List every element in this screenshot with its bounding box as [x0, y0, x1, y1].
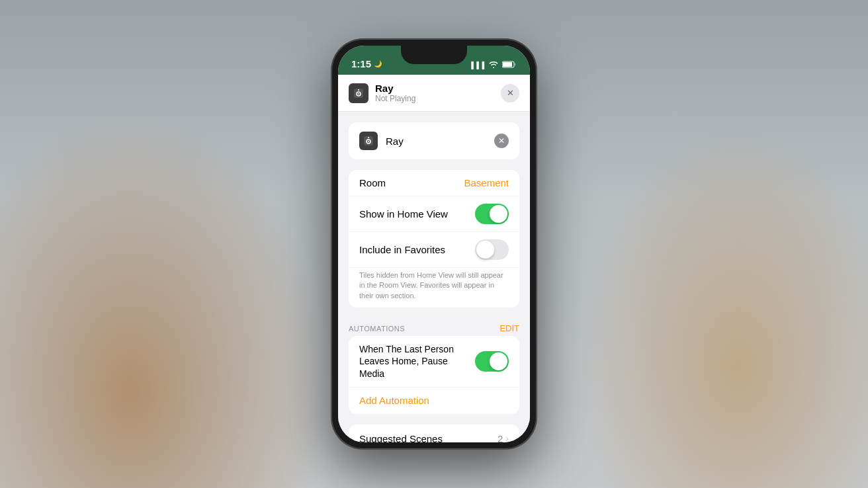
room-value: Basement [464, 177, 509, 188]
wifi-icon [489, 61, 498, 69]
svg-point-8 [368, 141, 369, 142]
time-text: 1:15 [351, 58, 371, 69]
toggle-knob [490, 205, 507, 223]
include-favorites-toggle[interactable] [475, 239, 509, 260]
include-favorites-row: Include in Favorites [349, 232, 519, 268]
device-card-left: Ray [359, 132, 404, 150]
scroll-content[interactable]: Ray ✕ Room Basement Show in Home View [338, 112, 530, 442]
device-card: Ray ✕ [349, 122, 519, 159]
svg-rect-1 [503, 62, 512, 67]
room-row[interactable]: Room Basement [349, 170, 519, 196]
signal-icon: ▐▐▐ [469, 61, 485, 69]
moon-icon: 🌙 [374, 60, 382, 67]
add-automation-row[interactable]: Add Automation [349, 387, 519, 414]
close-icon: ✕ [507, 88, 514, 98]
settings-info-text: Tiles hidden from Home View will still a… [349, 268, 519, 307]
automations-edit-button[interactable]: EDIT [499, 323, 519, 333]
automations-section-title: AUTOMATIONS [349, 325, 405, 333]
device-card-name: Ray [386, 136, 404, 147]
status-icons: ▐▐▐ [469, 61, 517, 69]
status-time: 1:15 🌙 [351, 58, 382, 69]
suggested-scenes-group: Suggested Scenes 2 › [349, 425, 519, 442]
svg-point-4 [358, 93, 359, 95]
suggested-scenes-right: 2 › [498, 433, 509, 442]
close-button[interactable]: ✕ [501, 84, 519, 102]
automation-toggle-0[interactable] [475, 351, 509, 372]
automations-group: When The Last Person Leaves Home, Pause … [349, 336, 519, 414]
speaker-icon-card [359, 132, 378, 150]
show-home-view-toggle[interactable] [475, 204, 509, 224]
automation-label-0: When The Last Person Leaves Home, Pause … [359, 343, 475, 380]
automation-toggle-knob-0 [490, 352, 507, 370]
notch [401, 46, 467, 64]
chevron-icon: › [505, 433, 509, 442]
toggle-knob-2 [476, 241, 494, 259]
header-text: Ray Not Playing [375, 83, 415, 103]
device-status: Not Playing [375, 94, 415, 103]
device-icon-header [349, 83, 369, 103]
remove-icon: ✕ [498, 136, 505, 145]
include-favorites-label: Include in Favorites [359, 244, 445, 255]
add-automation-label: Add Automation [359, 395, 429, 406]
svg-point-5 [358, 89, 359, 91]
show-home-view-row: Show in Home View [349, 196, 519, 232]
room-label: Room [359, 177, 386, 188]
phone-screen: 1:15 🌙 ▐▐▐ [338, 46, 530, 442]
suggested-count: 2 [498, 433, 503, 442]
phone-body: 1:15 🌙 ▐▐▐ [331, 39, 537, 449]
header-left: Ray Not Playing [349, 83, 415, 103]
header-bar: Ray Not Playing ✕ [338, 75, 530, 112]
suggested-scenes-row[interactable]: Suggested Scenes 2 › [349, 425, 519, 442]
settings-group: Room Basement Show in Home View Include … [349, 170, 519, 307]
automation-row-0: When The Last Person Leaves Home, Pause … [349, 336, 519, 387]
device-remove-button[interactable]: ✕ [494, 134, 509, 148]
automations-header: AUTOMATIONS EDIT [338, 318, 530, 336]
device-name: Ray [375, 83, 415, 94]
suggested-scenes-label: Suggested Scenes [359, 433, 443, 442]
phone-device: 1:15 🌙 ▐▐▐ [331, 39, 537, 449]
svg-point-9 [368, 137, 369, 138]
show-home-view-label: Show in Home View [359, 208, 448, 220]
battery-icon [502, 61, 517, 69]
